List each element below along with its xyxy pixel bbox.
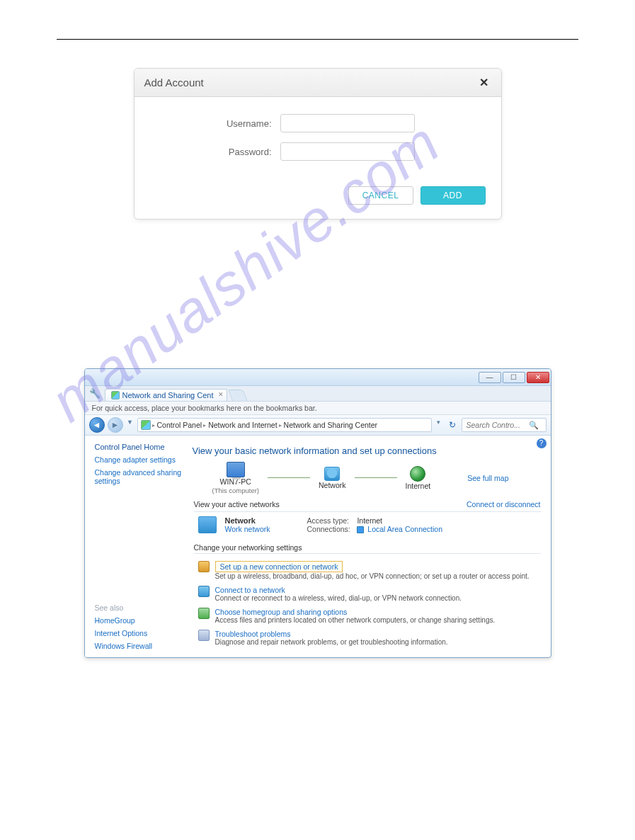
- dialog-title: Add Account: [144, 76, 204, 89]
- connector-line: [268, 477, 310, 478]
- sidebar-firewall-link[interactable]: Windows Firewall: [95, 642, 184, 650]
- change-settings-heading: Change your networking settings: [194, 543, 541, 552]
- access-type-label: Access type:: [307, 516, 355, 525]
- homegroup-icon: [198, 608, 210, 619]
- dialog-body: Username: Password:: [135, 97, 501, 183]
- network-icon: [324, 467, 340, 481]
- back-button[interactable]: ◄: [89, 417, 105, 433]
- history-dropdown-icon[interactable]: ▼: [126, 419, 135, 431]
- network-label: Network: [319, 481, 346, 490]
- homegroup-title[interactable]: Choose homegroup and sharing options: [215, 608, 496, 616]
- control-panel-icon: [141, 420, 151, 430]
- wrench-icon: 🔧: [89, 388, 101, 399]
- connections-label: Connections:: [307, 525, 355, 533]
- connect-disconnect-link[interactable]: Connect or disconnect: [467, 500, 540, 509]
- separator: [194, 511, 541, 512]
- search-field[interactable]: 🔍: [462, 418, 547, 432]
- connection-link[interactable]: Local Area Connection: [367, 525, 442, 533]
- option-connect-network[interactable]: Connect to a network Connect or reconnec…: [191, 583, 541, 605]
- tab-favicon-icon: [111, 391, 120, 399]
- setup-connection-desc: Set up a wireless, broadband, dial-up, a…: [215, 572, 530, 580]
- connect-network-icon: [198, 586, 210, 597]
- username-label: Username:: [151, 118, 272, 129]
- sidebar-adapter-link[interactable]: Change adapter settings: [95, 455, 184, 464]
- forward-button[interactable]: ►: [108, 417, 123, 433]
- tab-title: Network and Sharing Cent: [122, 391, 214, 399]
- active-network-block: Network Work network Access type: Intern…: [191, 516, 541, 533]
- refresh-button[interactable]: ↻: [446, 420, 459, 430]
- maximize-button[interactable]: ☐: [503, 372, 525, 383]
- search-icon[interactable]: 🔍: [529, 421, 539, 430]
- add-button[interactable]: ADD: [421, 186, 486, 205]
- setup-connection-title[interactable]: Set up a new connection or network: [215, 561, 343, 572]
- minimize-button[interactable]: —: [479, 372, 501, 383]
- separator: [194, 553, 541, 554]
- main-panel: ? View your basic network information an…: [191, 436, 551, 657]
- option-setup-connection[interactable]: Set up a new connection or network Set u…: [191, 558, 541, 583]
- sidebar: Control Panel Home Change adapter settin…: [85, 436, 191, 657]
- network-map-row: WIN7-PC (This computer) Network Internet…: [191, 462, 541, 494]
- crumb-network-internet[interactable]: Network and Internet: [208, 421, 277, 429]
- new-tab-button[interactable]: [228, 390, 248, 401]
- see-also-heading: See also: [95, 603, 184, 612]
- network-sharing-window: — ☐ ✕ 🔧 Network and Sharing Cent ✕ For q…: [84, 368, 551, 658]
- breadcrumb[interactable]: ▸Control Panel ▸Network and Internet ▸Ne…: [137, 418, 432, 432]
- pc-subtitle: (This computer): [212, 487, 260, 494]
- troubleshoot-desc: Diagnose and repair network problems, or…: [215, 638, 448, 646]
- homegroup-desc: Access files and printers located on oth…: [215, 616, 496, 624]
- window-titlebar: — ☐ ✕: [85, 369, 551, 386]
- active-networks-heading: View your active networks: [194, 500, 280, 509]
- sidebar-homegroup-link[interactable]: HomeGroup: [95, 616, 184, 625]
- computer-icon: [227, 462, 245, 477]
- browser-tabstrip: 🔧 Network and Sharing Cent ✕: [85, 386, 551, 402]
- window-close-button[interactable]: ✕: [527, 372, 549, 383]
- network-type-link[interactable]: Work network: [225, 525, 270, 533]
- breadcrumb-dropdown-icon[interactable]: ▾: [435, 419, 443, 431]
- access-type-value: Internet: [357, 516, 382, 525]
- setup-connection-icon: [198, 561, 210, 572]
- password-input[interactable]: [280, 142, 415, 161]
- dialog-header: Add Account ✕: [135, 69, 501, 97]
- sidebar-advanced-link[interactable]: Change advanced sharing settings: [95, 468, 184, 485]
- main-heading: View your basic network information and …: [193, 445, 541, 456]
- option-troubleshoot[interactable]: Troubleshoot problems Diagnose and repai…: [191, 627, 541, 649]
- crumb-control-panel[interactable]: Control Panel: [157, 421, 202, 429]
- tab-close-icon[interactable]: ✕: [218, 391, 224, 398]
- see-full-map-link[interactable]: See full map: [467, 474, 508, 482]
- close-icon[interactable]: ✕: [476, 76, 491, 89]
- sidebar-internet-options-link[interactable]: Internet Options: [95, 629, 184, 637]
- connector-line: [355, 477, 397, 478]
- control-panel-home[interactable]: Control Panel Home: [95, 443, 184, 451]
- help-icon[interactable]: ?: [537, 438, 547, 448]
- browser-tab[interactable]: Network and Sharing Cent ✕: [105, 389, 227, 401]
- connect-network-desc: Connect or reconnect to a wireless, wire…: [215, 594, 462, 602]
- bookmark-bar: For quick access, place your bookmarks h…: [85, 402, 551, 415]
- lan-icon: [357, 526, 364, 533]
- internet-label: Internet: [406, 482, 431, 491]
- cancel-button[interactable]: CANCEL: [348, 186, 413, 205]
- internet-icon: [410, 466, 425, 482]
- option-homegroup[interactable]: Choose homegroup and sharing options Acc…: [191, 605, 541, 627]
- connect-network-title[interactable]: Connect to a network: [215, 586, 462, 594]
- password-label: Password:: [151, 147, 272, 157]
- active-network-name: Network: [225, 516, 270, 525]
- search-input[interactable]: [465, 420, 529, 430]
- username-input[interactable]: [280, 114, 415, 132]
- add-account-dialog: Add Account ✕ Username: Password: CANCEL…: [134, 68, 502, 220]
- active-network-icon: [198, 516, 217, 533]
- troubleshoot-title[interactable]: Troubleshoot problems: [215, 630, 448, 638]
- nav-toolbar: ◄ ► ▼ ▸Control Panel ▸Network and Intern…: [85, 415, 551, 436]
- crumb-network-sharing[interactable]: Network and Sharing Center: [284, 421, 378, 429]
- page-rule: [57, 39, 578, 40]
- troubleshoot-icon: [198, 630, 210, 641]
